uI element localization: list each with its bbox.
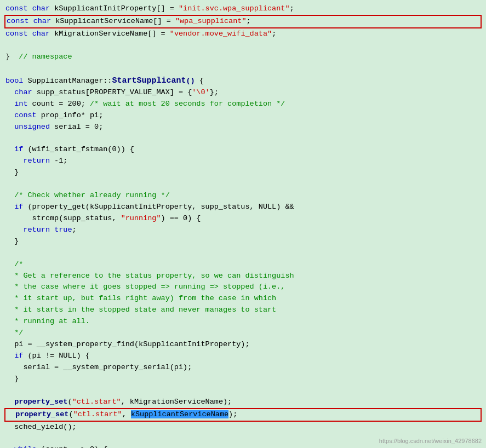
line-cmt6: * running at all. <box>5 316 481 328</box>
line-3: const char kMigrationServiceName[] = "ve… <box>5 28 481 40</box>
line-strcmp: strcmp(supp_status, "running") == 0) { <box>5 213 481 225</box>
code-container: const char kSupplicantInitProperty[] = "… <box>0 0 486 448</box>
line-cmt1: /* <box>5 259 481 271</box>
line-blank-4 <box>5 179 481 190</box>
line-propset-supplicant: property_set("ctl.start", kSupplicantSer… <box>4 408 482 422</box>
line-return-1: return -1; <box>5 156 481 167</box>
line-return-true: return true; <box>5 225 481 236</box>
line-cmt7: */ <box>5 328 481 339</box>
line-cmt3: * the case where it goes stopped => runn… <box>5 282 481 293</box>
line-if-pi1: if (pi != NULL) { <box>5 351 481 362</box>
watermark: https://blog.csdn.net/weixin_42978682 <box>379 436 482 446</box>
line-namespace: } // namespace <box>5 51 481 63</box>
line-count: int count = 200; /* wait at most 20 seco… <box>5 99 481 110</box>
line-cmt5: * it starts in the stopped state and nev… <box>5 305 481 316</box>
line-comment-check: /* Check whether already running */ <box>5 190 481 202</box>
line-cmt4: * it start up, but fails right away) fro… <box>5 293 481 305</box>
line-blank-2 <box>5 63 481 74</box>
line-if-property: if (property_get(kSupplicantInitProperty… <box>5 202 481 213</box>
line-suppstatus: char supp_status[PROPERTY_VALUE_MAX] = {… <box>5 87 481 99</box>
line-close-2: } <box>5 236 481 248</box>
line-close-1: } <box>5 167 481 179</box>
line-propset-migration: property_set("ctl.start", kMigrationServ… <box>5 397 481 408</box>
line-blank-6 <box>5 385 481 397</box>
line-if-wifi: if (wifi_start_fstman(0)) { <box>5 144 481 156</box>
line-serial-set: serial = __system_property_serial(pi); <box>5 362 481 374</box>
line-cmt2: * Get a reference to the status property… <box>5 271 481 282</box>
line-sched-yield: sched_yield(); <box>5 422 481 433</box>
line-1: const char kSupplicantInitProperty[] = "… <box>5 3 481 15</box>
line-blank-1 <box>5 40 481 51</box>
line-close-3: } <box>5 374 481 385</box>
line-pi-find1: pi = __system_property_find(kSupplicantI… <box>5 339 481 351</box>
line-blank-5 <box>5 248 481 259</box>
line-blank-3 <box>5 133 481 144</box>
line-2-highlighted: const char kSupplicantServiceName[] = "w… <box>4 15 482 28</box>
line-propinfo: const prop_info* pi; <box>5 110 481 122</box>
line-serial: unsigned serial = 0; <box>5 122 481 133</box>
line-funcdef: bool SupplicantManager::StartSupplicant(… <box>5 74 481 87</box>
